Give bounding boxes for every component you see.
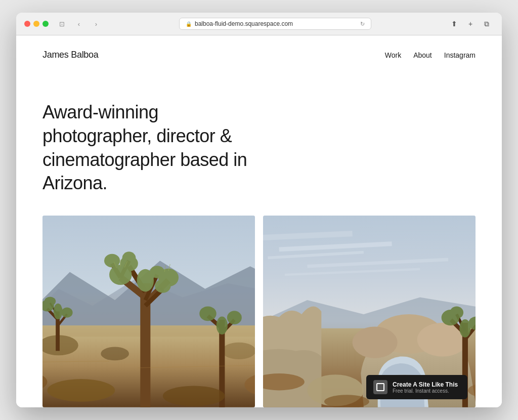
svg-point-15 bbox=[45, 297, 56, 306]
forward-button[interactable]: › bbox=[89, 18, 103, 29]
website-content: James Balboa Work About Instagram Award-… bbox=[16, 35, 502, 407]
svg-point-42 bbox=[227, 311, 242, 324]
svg-point-28 bbox=[104, 254, 120, 268]
site-header: James Balboa Work About Instagram bbox=[16, 35, 502, 70]
squarespace-logo-inner bbox=[376, 383, 384, 391]
svg-point-7 bbox=[222, 343, 255, 359]
nav-about[interactable]: About bbox=[413, 51, 432, 59]
svg-point-44 bbox=[47, 379, 115, 402]
hero-text: Award-winning photographer, director & c… bbox=[42, 101, 265, 195]
photo-panel-2[interactable]: Create A Site Like This Free trial. Inst… bbox=[263, 216, 476, 407]
copy-button[interactable]: ⧉ bbox=[480, 18, 494, 29]
address-bar[interactable]: 🔒 balboa-fluid-demo.squarespace.com ↻ bbox=[179, 18, 371, 30]
minimize-button[interactable] bbox=[33, 21, 39, 27]
share-button[interactable]: ⬆ bbox=[447, 18, 461, 29]
svg-point-41 bbox=[199, 307, 216, 321]
url-text: balboa-fluid-demo.squarespace.com bbox=[195, 20, 293, 27]
address-bar-container: 🔒 balboa-fluid-demo.squarespace.com ↻ bbox=[109, 18, 441, 30]
squarespace-logo-icon bbox=[373, 380, 387, 394]
site-logo[interactable]: James Balboa bbox=[42, 50, 98, 60]
site-nav: Work About Instagram bbox=[385, 51, 476, 59]
svg-point-59 bbox=[353, 327, 398, 358]
sidebar-toggle-button[interactable]: ⊡ bbox=[55, 18, 69, 29]
svg-point-8 bbox=[101, 347, 129, 361]
photo-panel-1[interactable] bbox=[42, 216, 255, 407]
svg-point-43 bbox=[217, 317, 228, 335]
close-button[interactable] bbox=[24, 21, 30, 27]
browser-window: ⊡ ‹ › 🔒 balboa-fluid-demo.squarespace.co… bbox=[16, 13, 502, 407]
photos-grid: Create A Site Like This Free trial. Inst… bbox=[16, 216, 502, 407]
lock-icon: 🔒 bbox=[186, 21, 192, 27]
badge-title: Create A Site Like This bbox=[393, 381, 458, 388]
svg-point-14 bbox=[61, 308, 72, 318]
browser-actions: ⬆ + ⧉ bbox=[447, 18, 494, 29]
svg-point-69 bbox=[459, 319, 470, 338]
svg-point-29 bbox=[122, 251, 136, 264]
browser-chrome: ⊡ ‹ › 🔒 balboa-fluid-demo.squarespace.co… bbox=[16, 13, 502, 35]
traffic-lights bbox=[24, 21, 49, 27]
svg-point-16 bbox=[54, 304, 63, 319]
back-button[interactable]: ‹ bbox=[72, 18, 86, 29]
maximize-button[interactable] bbox=[42, 21, 49, 27]
add-tab-button[interactable]: + bbox=[463, 18, 478, 29]
squarespace-badge[interactable]: Create A Site Like This Free trial. Inst… bbox=[366, 375, 467, 399]
svg-point-30 bbox=[155, 279, 170, 293]
svg-point-45 bbox=[163, 386, 225, 406]
svg-point-68 bbox=[450, 307, 463, 319]
badge-subtitle: Free trial. Instant access. bbox=[393, 388, 458, 394]
reload-icon[interactable]: ↻ bbox=[360, 21, 365, 27]
nav-instagram[interactable]: Instagram bbox=[444, 51, 476, 59]
svg-point-32 bbox=[137, 269, 154, 292]
badge-text-group: Create A Site Like This Free trial. Inst… bbox=[393, 381, 458, 394]
nav-work[interactable]: Work bbox=[385, 51, 401, 59]
desert-scene-1 bbox=[42, 216, 255, 407]
browser-controls: ⊡ ‹ › bbox=[55, 18, 103, 29]
hero-section: Award-winning photographer, director & c… bbox=[16, 70, 502, 216]
